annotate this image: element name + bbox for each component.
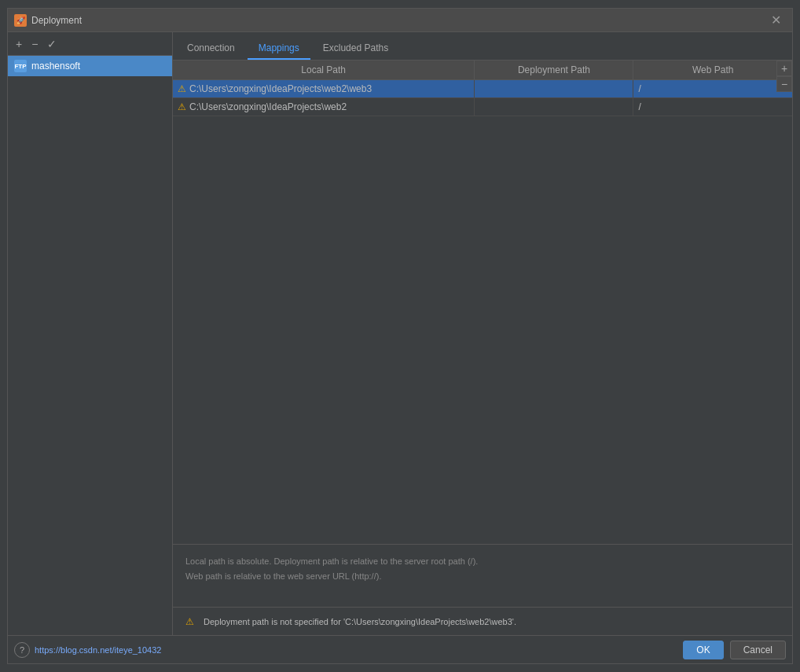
sidebar-item-mashensoft[interactable]: FTP mashensoft <box>8 56 172 76</box>
cell-warning-row2: ⚠ C:\Users\zongxing\IdeaProjects\web2 <box>178 101 469 112</box>
local-path-value-row1: C:\Users\zongxing\IdeaProjects\web2\web3 <box>189 83 372 94</box>
cancel-button[interactable]: Cancel <box>730 641 786 659</box>
main-content: + − ✓ FTP mashensoft Connection Mappings… <box>8 32 792 635</box>
sidebar-toolbar: + − ✓ <box>8 32 172 56</box>
deployment-path-cell-row1[interactable] <box>475 80 633 98</box>
web-path-value-row1: / <box>638 83 640 94</box>
bottom-left: ? https://blog.csdn.net/iteye_10432 <box>14 642 161 658</box>
ok-button[interactable]: OK <box>683 641 723 659</box>
cell-warning-row1: ⚠ C:\Users\zongxing\IdeaProjects\web2\we… <box>178 83 469 94</box>
add-server-button[interactable]: + <box>13 36 25 52</box>
sidebar-item-label: mashensoft <box>31 61 80 72</box>
warning-icon-row2: ⚠ <box>178 101 186 112</box>
remove-mapping-button[interactable]: − <box>776 76 792 92</box>
tab-excluded-paths[interactable]: Excluded Paths <box>312 38 399 60</box>
mappings-table-container: Local Path Deployment Path Web Path ⚠ <box>173 61 792 544</box>
warning-message: Deployment path is not specified for 'C:… <box>204 617 516 626</box>
web-path-cell-row2[interactable]: / <box>633 98 792 116</box>
check-server-button[interactable]: ✓ <box>44 36 60 52</box>
sidebar: + − ✓ FTP mashensoft <box>8 32 173 635</box>
col-header-web-path: Web Path <box>633 61 792 80</box>
add-mapping-button[interactable]: + <box>776 61 792 76</box>
tab-bar: Connection Mappings Excluded Paths <box>173 32 792 61</box>
tab-connection[interactable]: Connection <box>176 38 246 60</box>
close-button[interactable]: ✕ <box>766 13 786 28</box>
warning-icon-row1: ⚠ <box>178 83 186 94</box>
table-row[interactable]: ⚠ C:\Users\zongxing\IdeaProjects\web2\we… <box>173 80 792 98</box>
local-path-cell: ⚠ C:\Users\zongxing\IdeaProjects\web2\we… <box>173 80 475 98</box>
table-action-buttons: + − <box>776 61 792 92</box>
mappings-table: Local Path Deployment Path Web Path ⚠ <box>173 61 792 116</box>
remove-server-button[interactable]: − <box>28 36 41 52</box>
bottom-bar: ? https://blog.csdn.net/iteye_10432 OK C… <box>8 635 792 663</box>
deployment-dialog: 🚀 Deployment ✕ + − ✓ FTP mashensoft Conn… <box>7 8 793 664</box>
web-path-value-row2: / <box>638 101 640 112</box>
info-line1: Local path is absolute. Deployment path … <box>185 554 780 569</box>
warning-icon-bottom: ⚠ <box>185 616 194 627</box>
local-path-cell-row2: ⚠ C:\Users\zongxing\IdeaProjects\web2 <box>173 98 475 116</box>
title-bar-left: 🚀 Deployment <box>14 14 82 27</box>
title-bar: 🚀 Deployment ✕ <box>8 9 792 32</box>
col-header-deployment-path: Deployment Path <box>475 61 633 80</box>
tab-mappings[interactable]: Mappings <box>248 38 310 60</box>
server-icon: FTP <box>14 60 27 72</box>
dialog-icon: 🚀 <box>14 14 27 27</box>
bottom-right: OK Cancel <box>683 641 786 659</box>
table-row[interactable]: ⚠ C:\Users\zongxing\IdeaProjects\web2 / <box>173 98 792 116</box>
bottom-link: https://blog.csdn.net/iteye_10432 <box>35 645 161 655</box>
info-section: Local path is absolute. Deployment path … <box>173 544 792 607</box>
web-path-cell-row1[interactable]: / <box>633 80 792 98</box>
local-path-value-row2: C:\Users\zongxing\IdeaProjects\web2 <box>189 101 347 112</box>
deployment-path-cell-row2[interactable] <box>475 98 633 116</box>
table-wrap: Local Path Deployment Path Web Path ⚠ <box>173 61 792 116</box>
info-line2: Web path is relative to the web server U… <box>185 569 780 584</box>
col-header-local-path: Local Path <box>173 61 475 80</box>
warning-section: ⚠ Deployment path is not specified for '… <box>173 607 792 635</box>
help-button[interactable]: ? <box>14 642 30 658</box>
right-panel: Connection Mappings Excluded Paths Local… <box>173 32 792 635</box>
panel-content: Local Path Deployment Path Web Path ⚠ <box>173 61 792 635</box>
dialog-title: Deployment <box>31 15 82 26</box>
